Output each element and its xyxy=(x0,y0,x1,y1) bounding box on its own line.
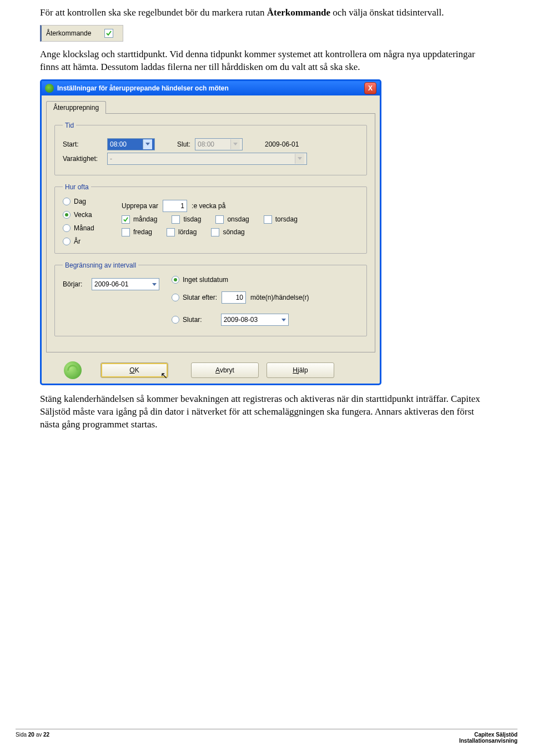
svg-marker-2 xyxy=(298,157,302,160)
ok-rest: K xyxy=(135,366,139,374)
chevron-down-icon xyxy=(295,154,304,164)
dialog-body: Tid Start: 08:00 Slut: 08:00 xyxy=(46,113,375,352)
group-frequency: Hur ofta Dag Vecka Månad År Upprepa var … xyxy=(54,183,367,254)
checkbox-icon xyxy=(215,215,224,224)
radio-week-label: Vecka xyxy=(74,211,92,219)
help-rest: jälp xyxy=(298,366,308,374)
reference-date: 2009-06-01 xyxy=(265,140,299,148)
recycle-icon xyxy=(64,361,82,379)
check-friday[interactable]: fredag xyxy=(122,228,152,236)
check-thursday[interactable]: torsdag xyxy=(264,215,298,224)
close-button[interactable]: X xyxy=(364,82,376,94)
group-range-limit: Begränsning av intervall Börjar: 2009-06… xyxy=(54,261,367,336)
group-range-limit-legend: Begränsning av intervall xyxy=(63,261,138,269)
end-time-combo: 08:00 xyxy=(195,138,243,150)
check-monday-label: måndag xyxy=(133,215,157,223)
end-after-suffix: möte(n)/händelse(r) xyxy=(250,294,309,301)
footer-page-num: 20 xyxy=(28,732,34,738)
radio-week[interactable]: Vecka xyxy=(63,211,113,219)
paragraph-1: För att kontrollen ska ske regelbundet b… xyxy=(40,7,493,19)
check-wednesday[interactable]: onsdag xyxy=(215,215,249,224)
end-time-value: 08:00 xyxy=(198,140,214,148)
check-saturday[interactable]: lördag xyxy=(167,228,197,236)
range-start-date[interactable]: 2009-06-01 xyxy=(92,278,159,290)
radio-icon xyxy=(172,316,179,324)
radio-end-by-label: Slutar: xyxy=(183,316,202,324)
dialog-title: Inställningar för återupprepande händels… xyxy=(57,84,229,92)
button-row: OK ↖ Avbryt Hjälp xyxy=(42,357,380,384)
checkbox-icon xyxy=(211,228,219,236)
page-footer: Sida 20 av 22 Capitex Säljstöd Installat… xyxy=(16,729,517,744)
radio-icon xyxy=(172,294,179,301)
recurring-checkbox[interactable] xyxy=(104,29,113,38)
checkbox-icon xyxy=(172,215,180,224)
dialog-window: Inställningar för återupprepande händels… xyxy=(40,79,381,385)
help-underline: H xyxy=(293,366,298,374)
chevron-down-icon xyxy=(230,139,240,149)
radio-end-by[interactable]: Slutar: xyxy=(172,316,202,324)
footer-brand: Capitex Säljstöd xyxy=(459,732,517,738)
radio-day-label: Dag xyxy=(74,198,86,205)
footer-subtitle: Installationsanvisning xyxy=(459,738,517,744)
repeat-every-input[interactable]: 1 xyxy=(163,200,187,212)
chevron-down-icon xyxy=(152,280,157,288)
cancel-rest: vbryt xyxy=(220,366,234,374)
repeat-every-suffix: :e vecka på xyxy=(192,202,225,210)
end-after-value: 10 xyxy=(236,294,243,301)
duration-combo: - xyxy=(107,153,307,165)
duration-label: Varaktighet: xyxy=(63,155,103,163)
radio-month[interactable]: Månad xyxy=(63,224,113,232)
radio-icon xyxy=(63,224,71,232)
group-time-legend: Tid xyxy=(63,122,76,129)
close-icon: X xyxy=(368,84,373,92)
footer-page-total: 22 xyxy=(43,732,49,738)
radio-no-end-label: Inget slutdatum xyxy=(183,276,228,284)
radio-icon xyxy=(63,238,71,245)
para1-text-a: För att kontrollen ska ske regelbundet b… xyxy=(40,7,267,18)
recurring-label: Återkommande xyxy=(46,29,91,37)
chevron-down-icon xyxy=(143,139,152,149)
tab-label: Återupprepning xyxy=(53,104,99,112)
ok-button[interactable]: OK xyxy=(100,362,168,378)
range-end-date[interactable]: 2009-08-03 xyxy=(221,314,289,326)
svg-marker-0 xyxy=(145,143,150,145)
check-tuesday-label: tisdag xyxy=(183,215,201,223)
svg-marker-4 xyxy=(281,319,286,321)
start-time-combo[interactable]: 08:00 xyxy=(107,138,155,150)
radio-month-label: Månad xyxy=(74,224,94,232)
group-time: Tid Start: 08:00 Slut: 08:00 xyxy=(54,122,367,175)
radio-no-end[interactable]: Inget slutdatum xyxy=(172,276,309,284)
check-thursday-label: torsdag xyxy=(275,215,298,223)
radio-year-label: År xyxy=(74,238,81,245)
recycle-icon xyxy=(45,84,54,93)
paragraph-3: Stäng kalenderhändelsen så kommer bevakn… xyxy=(40,393,493,431)
checkbox-icon xyxy=(122,215,130,224)
range-start-value: 2009-06-01 xyxy=(94,280,128,288)
end-label: Slut: xyxy=(177,140,190,148)
check-monday[interactable]: måndag xyxy=(122,215,157,224)
para1-text-bold: Återkommande xyxy=(267,7,330,18)
check-friday-label: fredag xyxy=(133,228,152,236)
check-tuesday[interactable]: tisdag xyxy=(172,215,201,224)
range-end-value: 2009-08-03 xyxy=(224,316,258,324)
end-after-input[interactable]: 10 xyxy=(222,291,246,304)
tab-recurrence[interactable]: Återupprepning xyxy=(46,101,106,114)
radio-day[interactable]: Dag xyxy=(63,198,113,205)
check-sunday[interactable]: söndag xyxy=(211,228,244,236)
paragraph-2: Ange klockslag och starttidpunkt. Vid de… xyxy=(40,48,493,74)
dialog-titlebar: Inställningar för återupprepande händels… xyxy=(42,81,380,95)
checkbox-icon xyxy=(264,215,272,224)
radio-year[interactable]: År xyxy=(63,238,113,245)
cancel-button[interactable]: Avbryt xyxy=(191,362,259,378)
footer-left: Sida 20 av 22 xyxy=(16,732,49,744)
range-start-label: Börjar: xyxy=(63,280,87,288)
help-button[interactable]: Hjälp xyxy=(266,362,334,378)
radio-end-after-label: Slutar efter: xyxy=(183,294,217,301)
start-label: Start: xyxy=(63,140,103,148)
tab-strip: Återupprepning xyxy=(42,95,380,113)
svg-marker-1 xyxy=(233,143,238,145)
footer-page-pre: Sida xyxy=(16,732,28,738)
radio-icon xyxy=(63,198,71,205)
radio-end-after[interactable]: Slutar efter: xyxy=(172,294,217,301)
checkbox-icon xyxy=(167,228,175,236)
